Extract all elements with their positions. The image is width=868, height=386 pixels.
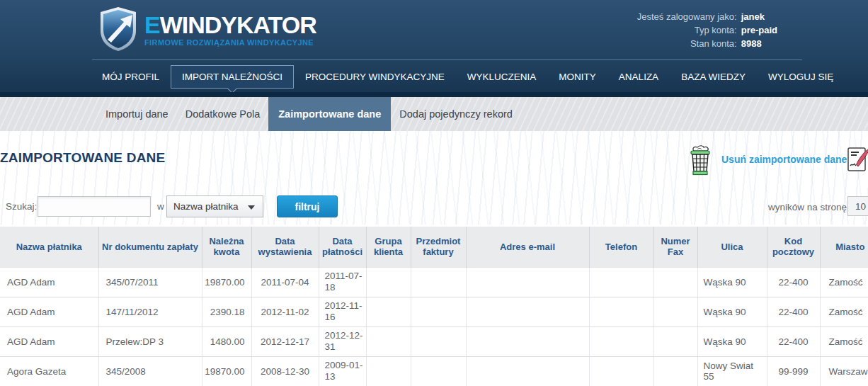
- column-header-numer-fax[interactable]: Numer Fax: [653, 227, 697, 267]
- table-cell-grupa-klienta: [366, 297, 411, 327]
- table-cell-przedmiot-faktury: [411, 327, 466, 356]
- app-logo[interactable]: EWINDYKATOR FIRMOWE ROZWIĄZANIA WINDYKAC…: [99, 6, 316, 52]
- table-cell-grupa-klienta: [366, 327, 411, 356]
- main-nav: MÓJ PROFILIMPORT NALEŻNOŚCIPROCEDURY WIN…: [91, 61, 845, 92]
- nav-item-import-nale-no-ci[interactable]: IMPORT NALEŻNOŚCI: [171, 65, 294, 89]
- table-cell-nr-dokumentu-zap-aty: 345/2008: [98, 356, 202, 386]
- table-cell-nale-na-kwota: 19870.00: [202, 356, 251, 386]
- table-cell-adres-e-mail: [466, 267, 589, 297]
- page-title: ZAIMPORTOWANE DANE: [0, 150, 165, 166]
- table-cell-miasto: Zamość: [820, 267, 868, 297]
- logo-text: EWINDYKATOR FIRMOWE ROZWIĄZANIA WINDYKAC…: [144, 12, 316, 47]
- table-cell-miasto: Warszawa: [820, 356, 868, 386]
- table-cell-data-p-atno-ci: 2012-12-31: [319, 327, 366, 356]
- table-cell-numer-fax: [653, 356, 697, 386]
- table-cell-nazwa-p-atnika: AGD Adam: [0, 297, 98, 327]
- column-header-adres-e-mail[interactable]: Adres e-mail: [466, 227, 589, 267]
- table-cell-nale-na-kwota: 1480.00: [202, 327, 251, 356]
- table-cell-miasto: Zamość: [820, 297, 868, 327]
- table-cell-kod-pocztowy: 22-400: [767, 267, 820, 297]
- logged-in-value: janek: [741, 10, 777, 23]
- table-cell-nazwa-p-atnika: AGD Adam: [0, 267, 98, 297]
- column-header-telefon[interactable]: Telefon: [589, 227, 653, 267]
- app-header: EWINDYKATOR FIRMOWE ROZWIĄZANIA WINDYKAC…: [0, 0, 868, 97]
- table-cell-nale-na-kwota: 19870.00: [202, 267, 251, 297]
- table-cell-nale-na-kwota: 2390.18: [202, 297, 251, 327]
- column-header-data-wystawienia[interactable]: Data wystawienia: [251, 227, 319, 267]
- table-row: AGD Adam147/11/20122390.182012-11-022012…: [0, 297, 868, 327]
- table-cell-grupa-klienta: [366, 356, 411, 386]
- table-cell-nr-dokumentu-zap-aty: 147/11/2012: [98, 297, 202, 327]
- nav-item-wyloguj-si[interactable]: WYLOGUJ SIĘ: [757, 65, 845, 89]
- nav-item-baza-wiedzy[interactable]: BAZA WIEDZY: [670, 65, 757, 89]
- search-label: Szukaj:: [6, 201, 37, 212]
- table-cell-telefon: [589, 297, 653, 327]
- table-cell-ulica: Wąska 90: [697, 267, 767, 297]
- table-cell-telefon: [589, 267, 653, 297]
- subnav-item-dodatkowe-pola[interactable]: Dodatkowe Pola: [177, 97, 269, 131]
- nav-item-procedury-windykacyjne[interactable]: PROCEDURY WINDYKACYJNE: [294, 65, 456, 89]
- table-row: Agora Gazeta345/200819870.002008-12-3020…: [0, 356, 868, 386]
- table-cell-ulica: Nowy Swiat 55: [697, 356, 767, 386]
- table-cell-nazwa-p-atnika: AGD Adam: [0, 327, 98, 356]
- shield-arrow-icon: [99, 6, 137, 52]
- table-cell-grupa-klienta: [366, 267, 411, 297]
- subnav-item-zaimportowane-dane[interactable]: Zaimportowane dane: [268, 97, 391, 131]
- column-header-kod-pocztowy[interactable]: Kod pocztowy: [767, 227, 820, 267]
- table-row: AGD AdamPrzelew:DP 31480.002012-12-17201…: [0, 327, 868, 356]
- account-type-value: pre-paid: [741, 23, 777, 37]
- column-header-grupa-klienta[interactable]: Grupa klienta: [366, 227, 411, 267]
- search-field-select[interactable]: Nazwa płatnika: [166, 195, 263, 217]
- table-cell-numer-fax: [653, 327, 697, 356]
- table-cell-data-p-atno-ci: 2009-01-13: [319, 356, 366, 386]
- table-body: AGD Adam345/07/201119870.002011-07-04201…: [0, 267, 868, 386]
- account-balance-value: 8988: [741, 37, 777, 50]
- search-in-label: w: [157, 201, 164, 212]
- table-cell-kod-pocztowy: 22-400: [767, 327, 820, 356]
- nav-item-wykluczenia[interactable]: WYKLUCZENIA: [456, 65, 548, 89]
- sub-nav: Importuj daneDodatkowe PolaZaimportowane…: [0, 97, 868, 131]
- table-cell-telefon: [589, 356, 653, 386]
- nav-item-analiza[interactable]: ANALIZA: [607, 65, 670, 89]
- table-cell-data-wystawienia: 2011-07-04: [251, 267, 319, 297]
- table-cell-adres-e-mail: [466, 356, 589, 386]
- header-divider: [92, 59, 802, 60]
- nav-item-m-j-profil[interactable]: MÓJ PROFIL: [91, 65, 171, 89]
- imported-data-table: Nazwa płatnikaNr dokumentu zapłatyNależn…: [0, 227, 868, 386]
- column-header-ulica[interactable]: Ulica: [697, 227, 767, 267]
- column-header-nr-dokumentu-zap-aty[interactable]: Nr dokumentu zapłaty: [98, 227, 202, 267]
- table-cell-nazwa-p-atnika: Agora Gazeta: [0, 356, 98, 386]
- logo-name: EWINDYKATOR: [144, 12, 316, 38]
- table-cell-data-p-atno-ci: 2011-07-18: [319, 267, 366, 297]
- table-cell-przedmiot-faktury: [411, 297, 466, 327]
- search-field-selected-value: Nazwa płatnika: [173, 201, 239, 212]
- column-header-nale-na-kwota[interactable]: Należna kwota: [202, 227, 251, 267]
- document-pen-icon[interactable]: [847, 146, 868, 176]
- delete-imported-data-link[interactable]: Usuń zaimportowane dane: [721, 154, 847, 165]
- table-cell-numer-fax: [653, 267, 697, 297]
- trash-icon[interactable]: [689, 145, 712, 178]
- search-input[interactable]: [38, 196, 151, 217]
- table-header-row: Nazwa płatnikaNr dokumentu zapłatyNależn…: [0, 227, 868, 267]
- table-cell-data-wystawienia: 2008-12-30: [251, 356, 319, 386]
- table-cell-ulica: Wąska 90: [697, 327, 767, 356]
- table-cell-adres-e-mail: [466, 327, 589, 356]
- column-header-miasto[interactable]: Miasto: [820, 227, 868, 267]
- filter-button[interactable]: filtruj: [277, 195, 338, 217]
- account-info: Jesteś zalogowany jako: janek Typ konta:…: [637, 10, 777, 50]
- subnav-item-importuj-dane[interactable]: Importuj dane: [97, 97, 177, 131]
- table-cell-nr-dokumentu-zap-aty: Przelew:DP 3: [98, 327, 202, 356]
- table-cell-miasto: Zamość: [820, 327, 868, 356]
- column-header-data-p-atno-ci[interactable]: Data płatności: [319, 227, 366, 267]
- nav-item-monity[interactable]: MONITY: [547, 65, 607, 89]
- logged-in-label: Jesteś zalogowany jako:: [637, 10, 737, 23]
- imported-data-table-wrap: Nazwa płatnikaNr dokumentu zapłatyNależn…: [0, 227, 868, 386]
- header-bottom-strip: [0, 92, 868, 97]
- table-cell-przedmiot-faktury: [411, 356, 466, 386]
- per-page-select[interactable]: 10: [847, 196, 868, 216]
- table-cell-nr-dokumentu-zap-aty: 345/07/2011: [98, 267, 202, 297]
- column-header-nazwa-p-atnika[interactable]: Nazwa płatnika: [0, 227, 98, 267]
- subnav-item-dodaj-pojedynczy-rekord[interactable]: Dodaj pojedynczy rekord: [391, 97, 521, 131]
- column-header-przedmiot-faktury[interactable]: Przedmiot faktury: [411, 227, 466, 267]
- chevron-down-icon: [248, 205, 255, 210]
